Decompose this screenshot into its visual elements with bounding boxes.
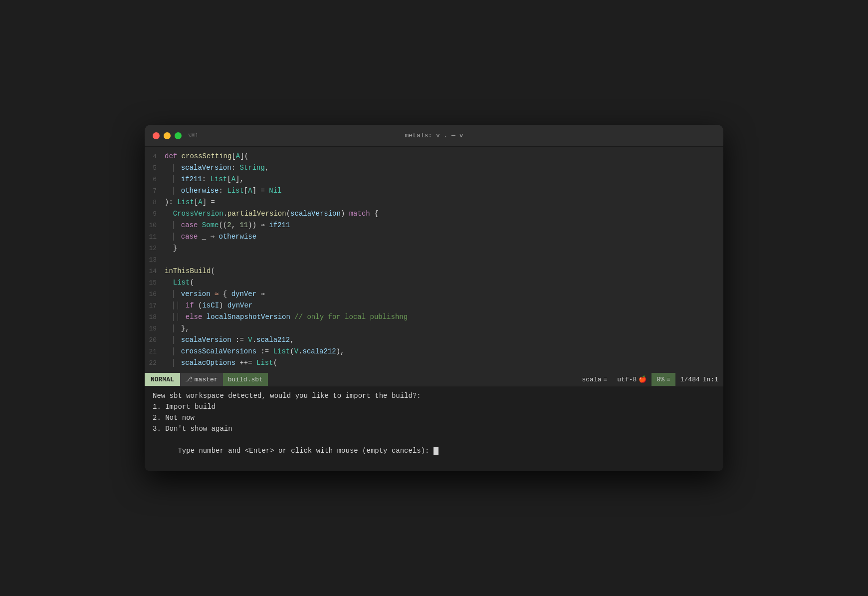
line-num-17: 17 [145,300,165,311]
terminal-line-1: New sbt workspace detected, would you li… [153,390,715,401]
code-line-18: 18 else localSnapshotVersion // only for… [145,311,723,323]
filetype-indicator: scala ≡ [577,373,612,386]
line-num-4: 4 [145,151,165,162]
line-num-8: 8 [145,197,165,208]
line-num-16: 16 [145,289,165,300]
maximize-button[interactable] [175,132,182,139]
terminal-line-2: 1. Import build [153,401,715,412]
line-content-21: crossScalaVersions := List(V.scala212), [165,346,723,357]
line-content-19: }, [165,323,723,334]
line-num-18: 18 [145,312,165,323]
code-line-21: 21 crossScalaVersions := List(V.scala212… [145,346,723,357]
line-content-16: version ≃ { dynVer ⇒ [165,289,723,299]
line-content-5: scalaVersion: String, [165,162,723,173]
statusbar: NORMAL ⎇ master build.sbt scala ≡ utf-8 … [145,373,723,386]
line-content-8: ): List[A] = [165,197,723,208]
editor-window: ⌥⌘1 metals: v . — v 4 def crossSetting[A… [145,125,723,471]
close-button[interactable] [153,132,160,139]
line-content-15: List( [165,277,723,288]
line-num-12: 12 [145,243,165,254]
git-branch: ⎇ master [180,373,223,386]
line-content-14: inThisBuild( [165,266,723,277]
keyboard-shortcut: ⌥⌘1 [188,132,199,139]
line-content-9: CrossVersion.partialVersion(scalaVersion… [165,208,723,219]
line-num-10: 10 [145,220,165,231]
line-content-17: if (isCI) dynVer [165,300,723,311]
line-content-4: def crossSetting[A]( [165,151,723,162]
terminal-line-4: 3. Don't show again [153,423,715,434]
file-name: build.sbt [223,373,268,386]
traffic-lights [153,132,182,139]
encoding-indicator: utf-8 🍎 [612,373,651,386]
line-num-11: 11 [145,232,165,243]
code-line-14: 14 inThisBuild( [145,266,723,277]
line-num-7: 7 [145,186,165,197]
code-line-19: 19 }, [145,323,723,334]
code-line-5: 5 scalaVersion: String, [145,162,723,174]
line-num-13: 13 [145,255,165,266]
minimize-button[interactable] [164,132,171,139]
position-indicator: 1/484 ln : 1 [675,373,723,386]
line-content-6: if211: List[A], [165,174,723,185]
line-content-13 [165,254,723,265]
code-line-6: 6 if211: List[A], [145,174,723,185]
code-line-22: 22 scalacOptions ++= List( [145,357,723,369]
code-line-16: 16 version ≃ { dynVer ⇒ [145,289,723,300]
code-line-12: 12 } [145,243,723,254]
apple-icon: 🍎 [639,375,647,383]
line-num-15: 15 [145,278,165,289]
code-line-10: 10 case Some((2, 11)) ⇒ if211 [145,220,723,231]
line-num-9: 9 [145,209,165,220]
terminal-panel[interactable]: New sbt workspace detected, would you li… [145,386,723,471]
line-content-12: } [165,243,723,254]
code-line-20: 20 scalaVersion := V.scala212, [145,334,723,346]
line-num-21: 21 [145,346,165,357]
code-editor[interactable]: 4 def crossSetting[A]( 5 scalaVersion: S… [145,147,723,373]
line-content-20: scalaVersion := V.scala212, [165,334,723,345]
percent-indicator: 0% ≡ [651,373,675,386]
code-line-4: 4 def crossSetting[A]( [145,151,723,162]
code-line-13: 13 [145,254,723,266]
terminal-line-3: 2. Not now [153,412,715,423]
line-num-20: 20 [145,335,165,346]
terminal-line-5[interactable]: Type number and <Enter> or click with mo… [153,434,715,467]
code-line-17: 17 if (isCI) dynVer [145,300,723,311]
status-right: scala ≡ utf-8 🍎 0% ≡ 1/484 ln : 1 [577,373,723,386]
titlebar: ⌥⌘1 metals: v . — v [145,125,723,147]
mode-indicator: NORMAL [145,373,180,386]
line-content-10: case Some((2, 11)) ⇒ if211 [165,220,723,231]
window-title: metals: v . — v [405,132,463,139]
line-content-18: else localSnapshotVersion // only for lo… [165,311,723,322]
line-content-22: scalacOptions ++= List( [165,357,723,368]
line-num-19: 19 [145,323,165,334]
terminal-cursor [434,447,438,455]
code-line-11: 11 case _ ⇒ otherwise [145,231,723,243]
line-content-7: otherwise: List[A] = Nil [165,185,723,196]
code-line-9: 9 CrossVersion.partialVersion(scalaVersi… [145,208,723,220]
line-num-22: 22 [145,358,165,369]
code-line-7: 7 otherwise: List[A] = Nil [145,185,723,197]
code-line-8: 8 ): List[A] = [145,197,723,208]
line-num-14: 14 [145,266,165,277]
code-line-15: 15 List( [145,277,723,289]
line-num-5: 5 [145,163,165,174]
branch-icon: ⎇ [185,375,193,383]
line-content-11: case _ ⇒ otherwise [165,231,723,242]
branch-name: master [195,376,218,383]
line-num-6: 6 [145,174,165,185]
